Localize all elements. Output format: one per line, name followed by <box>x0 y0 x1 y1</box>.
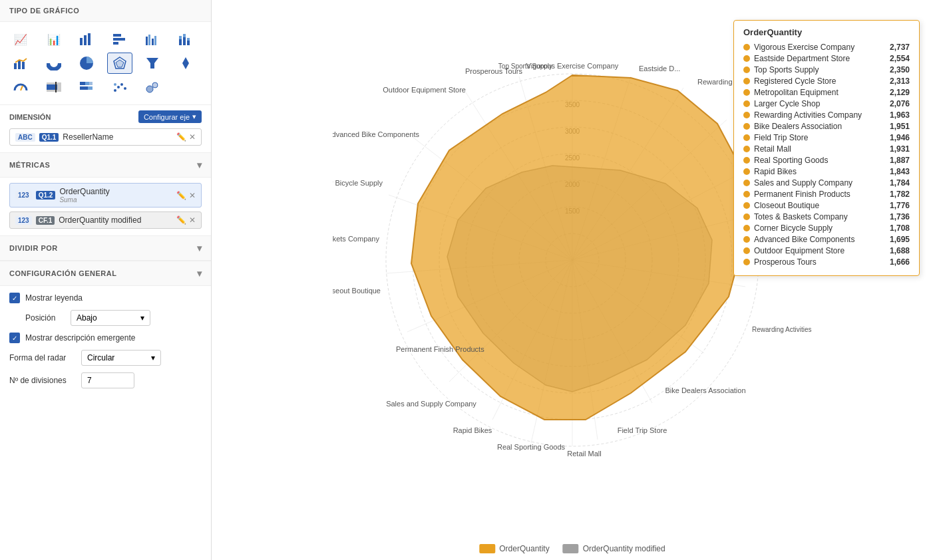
svg-text:Real Sporting Goods: Real Sporting Goods <box>497 443 566 451</box>
chart-icon-bubble[interactable] <box>140 76 165 98</box>
tooltip-dot <box>743 123 750 130</box>
svg-rect-8 <box>152 39 154 45</box>
svg-rect-33 <box>80 86 88 90</box>
position-label: Posición <box>25 313 65 323</box>
legend-tooltip-title: OrderQuantity <box>743 27 910 37</box>
tooltip-dot <box>743 191 750 198</box>
svg-text:Closeout Boutique: Closeout Boutique <box>333 287 381 295</box>
radar-shape-chevron: ▾ <box>151 353 155 362</box>
chart-icon-hstacked[interactable] <box>74 76 99 98</box>
chart-icon-funnel[interactable] <box>140 53 165 74</box>
tooltip-row: Advanced Bike Components 1,695 <box>743 235 910 244</box>
divisions-label: Nº de divisiones <box>9 376 76 385</box>
chart-type-section-header: TIPO DE GRÁFICO <box>0 0 211 22</box>
radar-shape-select[interactable]: Circular ▾ <box>81 350 161 366</box>
tooltip-item-name: Eastside Department Store <box>754 54 882 63</box>
svg-rect-11 <box>179 36 182 39</box>
dimension-edit-icon[interactable]: ✏️ <box>176 132 186 142</box>
tooltip-item-name: Retail Mall <box>754 144 882 154</box>
position-select[interactable]: Abajo ▾ <box>71 310 150 326</box>
dimension-field-name: ResellerName <box>63 132 172 142</box>
tooltip-row: Prosperous Tours 1,666 <box>743 257 910 267</box>
tooltip-row: Vigorous Exercise Company 2,737 <box>743 43 910 52</box>
radar-polygon-main <box>411 75 747 420</box>
tooltip-row: Permanent Finish Products 1,782 <box>743 190 910 199</box>
chart-icon-line[interactable]: 📈 <box>8 29 33 50</box>
tooltip-dot <box>743 157 750 164</box>
svg-rect-10 <box>179 39 182 45</box>
svg-text:Bike Dealers Association: Bike Dealers Association <box>665 386 745 394</box>
chart-icon-donut[interactable] <box>41 53 67 74</box>
metrics-fields: 123 Q1.2 OrderQuantity Suma ✏️ ✕ 123 CF.… <box>0 178 211 235</box>
chart-icon-pie[interactable] <box>74 53 99 74</box>
tooltip-dot <box>743 100 750 107</box>
main-chart-area: 3500 3000 2500 2000 1500 Vigorous Exerci… <box>212 0 933 560</box>
chart-icon-dots[interactable] <box>107 76 132 98</box>
metric2-remove-icon[interactable]: ✕ <box>189 215 196 225</box>
tooltip-item-value: 1,666 <box>886 257 910 267</box>
metric2-field-tag: 123 CF.1 OrderQuantity modified ✏️ ✕ <box>9 211 202 229</box>
metric2-q-badge: CF.1 <box>36 216 55 225</box>
tooltip-dot <box>743 112 750 118</box>
position-chevron: ▾ <box>140 313 144 323</box>
dimension-remove-icon[interactable]: ✕ <box>189 132 196 142</box>
dimension-q-badge: Q1.1 <box>39 133 59 142</box>
divisions-input[interactable] <box>81 372 134 388</box>
dimension-title: DIMENSIÓN <box>9 113 51 121</box>
dimension-header: DIMENSIÓN Configurar eje ▾ ABC Q1.1 Rese… <box>0 105 211 152</box>
tooltip-item-value: 2,129 <box>886 88 910 97</box>
bottom-legend: OrderQuantity OrderQuantity modified <box>479 544 665 553</box>
metric1-edit-icon[interactable]: ✏️ <box>176 191 186 200</box>
show-legend-checkbox[interactable]: ✓ <box>9 293 20 303</box>
svg-text:Totes & Baskets Company: Totes & Baskets Company <box>333 235 379 243</box>
tooltip-item-value: 1,736 <box>886 212 910 221</box>
chart-icon-hbar[interactable] <box>107 29 132 50</box>
metric1-field-sub: Suma <box>59 196 172 204</box>
show-tooltip-row: ✓ Mostrar descripción emergente <box>9 333 202 343</box>
svg-text:Advanced Bike Components: Advanced Bike Components <box>333 130 419 138</box>
general-chevron[interactable]: ▾ <box>197 268 202 279</box>
chart-icon-bar[interactable] <box>74 29 99 50</box>
svg-line-26 <box>21 86 23 90</box>
metric1-field-name: OrderQuantity <box>59 187 172 196</box>
chart-icon-multibar[interactable] <box>140 29 165 50</box>
tooltip-item-name: Sales and Supply Company <box>754 178 882 188</box>
metric2-type-badge: 123 <box>15 216 32 225</box>
metrics-section-header: MÉTRICAS ▾ <box>0 153 211 178</box>
tooltip-item-name: Advanced Bike Components <box>754 235 882 244</box>
svg-point-38 <box>124 87 126 90</box>
chart-icon-area[interactable]: 📊 <box>41 29 67 50</box>
tooltip-item-name: Metropolitan Equipment <box>754 88 882 97</box>
tooltip-row: Metropolitan Equipment 2,129 <box>743 88 910 97</box>
chart-type-title: TIPO DE GRÁFICO <box>9 7 79 15</box>
svg-rect-4 <box>113 38 125 41</box>
chart-icon-stacked[interactable] <box>173 29 198 50</box>
tooltip-row: Totes & Baskets Company 1,736 <box>743 212 910 221</box>
chart-icon-scatter[interactable] <box>173 53 198 74</box>
metric2-edit-icon[interactable]: ✏️ <box>176 215 186 225</box>
tooltip-row: Field Trip Store 1,946 <box>743 133 910 142</box>
tooltip-dot <box>743 67 750 73</box>
tooltip-dot <box>743 89 750 96</box>
configurar-eje-button[interactable]: Configurar eje ▾ <box>138 110 202 123</box>
svg-text:Eastside D...: Eastside D... <box>639 65 680 72</box>
tooltip-item-name: Permanent Finish Products <box>754 190 882 199</box>
divide-chevron[interactable]: ▾ <box>197 243 202 253</box>
chart-icon-gauge[interactable] <box>8 76 33 98</box>
tooltip-item-value: 1,784 <box>886 178 910 188</box>
show-tooltip-checkbox[interactable]: ✓ <box>9 333 20 343</box>
chart-icon-radar[interactable] <box>107 53 132 74</box>
metrics-chevron[interactable]: ▾ <box>197 160 202 170</box>
tooltip-dot <box>743 55 750 62</box>
tooltip-item-value: 2,554 <box>886 54 910 63</box>
metric1-remove-icon[interactable]: ✕ <box>189 191 196 200</box>
svg-point-39 <box>114 83 116 86</box>
tooltip-item-name: Rapid Bikes <box>754 167 882 176</box>
svg-text:Permanent Finish Products: Permanent Finish Products <box>396 345 484 353</box>
chart-icon-combo[interactable] <box>8 53 33 74</box>
svg-rect-14 <box>187 41 190 45</box>
tooltip-item-value: 1,782 <box>886 190 910 199</box>
chart-icon-bullet[interactable] <box>41 76 67 98</box>
svg-text:Top Sports Supply: Top Sports Supply <box>498 63 552 70</box>
general-config-body: ✓ Mostrar leyenda Posición Abajo ▾ ✓ Mos… <box>0 286 211 402</box>
